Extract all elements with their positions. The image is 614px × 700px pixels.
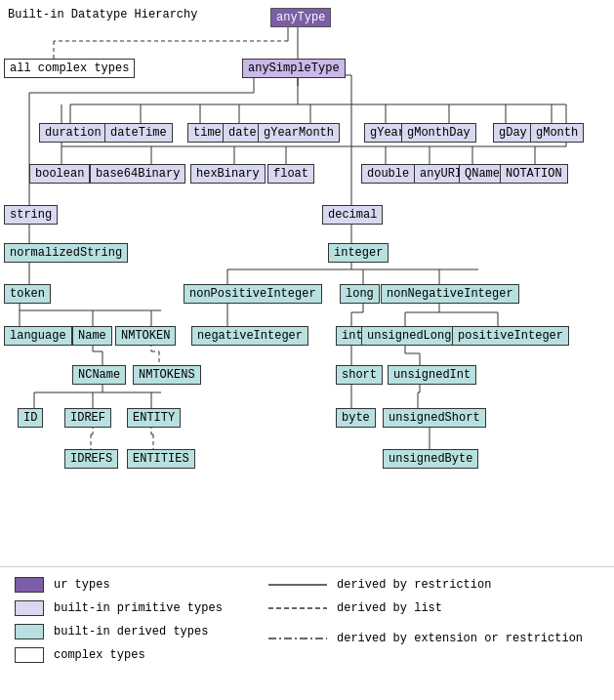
node-gMonth: gMonth — [530, 123, 584, 143]
node-anyType: anyType — [270, 8, 331, 27]
node-NOTATION: NOTATION — [500, 164, 568, 184]
node-QName: QName — [459, 164, 506, 184]
legend-box-ur — [15, 577, 44, 593]
node-negativeInteger: negativeInteger — [191, 326, 308, 346]
node-gYearMonth: gYearMonth — [258, 123, 340, 143]
legend-right: derived by restriction derived by list d… — [254, 567, 614, 700]
node-positiveInteger: positiveInteger — [452, 326, 569, 346]
node-ENTITIES: ENTITIES — [127, 449, 195, 469]
node-decimal: decimal — [322, 205, 383, 225]
node-unsignedInt: unsignedInt — [388, 365, 476, 385]
legend-line-dashed — [268, 600, 327, 616]
node-allComplexTypes: all complex types — [4, 59, 135, 78]
node-nonNegativeInteger: nonNegativeInteger — [381, 284, 519, 304]
legend-box-derived — [15, 624, 44, 639]
node-dateTime: dateTime — [104, 123, 173, 143]
node-gMonthDay: gMonthDay — [401, 123, 476, 143]
legend-box-complex — [15, 647, 44, 663]
node-base64Binary: base64Binary — [90, 164, 185, 184]
node-duration: duration — [39, 123, 107, 143]
legend: ur types built-in primitive types built-… — [0, 566, 614, 700]
legend-label-complex: complex types — [54, 648, 145, 662]
legend-label-list: derived by list — [337, 601, 442, 615]
node-NMTOKEN: NMTOKEN — [115, 326, 176, 346]
legend-line-dashdot — [268, 624, 327, 653]
legend-left: ur types built-in primitive types built-… — [0, 567, 254, 700]
legend-label-derived: built-in derived types — [54, 625, 208, 638]
node-Name: Name — [72, 326, 112, 346]
legend-item-ur: ur types — [15, 577, 239, 593]
node-unsignedByte: unsignedByte — [383, 449, 478, 469]
legend-label-primitive: built-in primitive types — [54, 601, 223, 615]
legend-label-restriction: derived by restriction — [337, 578, 491, 592]
diagram-container: Built-in Datatype Hierarchy — [0, 0, 614, 566]
node-nonPositiveInteger: nonPositiveInteger — [184, 284, 322, 304]
node-short: short — [336, 365, 383, 385]
legend-label-ur: ur types — [54, 578, 110, 592]
legend-box-primitive — [15, 600, 44, 616]
node-NCName: NCName — [72, 365, 126, 385]
legend-item-primitive: built-in primitive types — [15, 600, 239, 616]
diagram-title: Built-in Datatype Hierarchy — [8, 8, 197, 21]
node-hexBinary: hexBinary — [190, 164, 266, 184]
node-byte: byte — [336, 408, 376, 428]
node-unsignedShort: unsignedShort — [383, 408, 486, 428]
node-integer: integer — [328, 243, 389, 263]
node-date: date — [223, 123, 263, 143]
node-double: double — [361, 164, 415, 184]
node-unsignedLong: unsignedLong — [361, 326, 457, 346]
node-IDREF: IDREF — [64, 408, 111, 428]
legend-item-complex: complex types — [15, 647, 239, 663]
node-anySimpleType: anySimpleType — [242, 59, 346, 78]
legend-line-item-extension: derived by extension or restriction — [268, 624, 599, 653]
connector-layer — [0, 0, 614, 566]
node-boolean: boolean — [29, 164, 90, 184]
node-string: string — [4, 205, 58, 225]
legend-line-solid — [268, 577, 327, 593]
node-gDay: gDay — [493, 123, 533, 143]
node-language: language — [4, 326, 72, 346]
node-ID: ID — [18, 408, 43, 428]
node-NMTOKENS: NMTOKENS — [133, 365, 201, 385]
node-long: long — [340, 284, 380, 304]
legend-label-extension: derived by extension or restriction — [337, 632, 583, 645]
legend-line-item-restriction: derived by restriction — [268, 577, 599, 593]
legend-item-derived: built-in derived types — [15, 624, 239, 639]
node-float: float — [267, 164, 314, 184]
legend-line-item-list: derived by list — [268, 600, 599, 616]
node-IDREFS: IDREFS — [64, 449, 118, 469]
node-token: token — [4, 284, 51, 304]
node-ENTITY: ENTITY — [127, 408, 181, 428]
node-normalizedString: normalizedString — [4, 243, 128, 263]
node-time: time — [187, 123, 227, 143]
